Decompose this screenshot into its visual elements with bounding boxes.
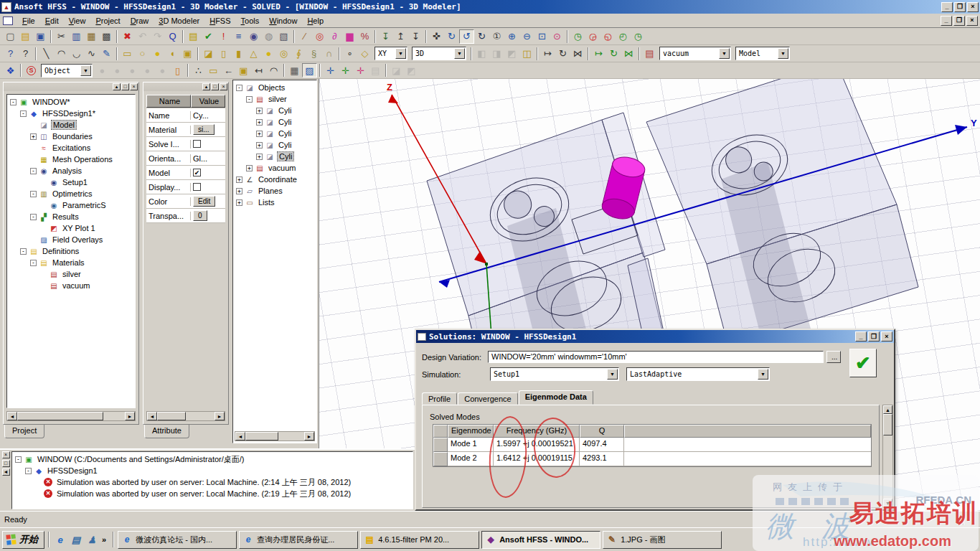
objects-tree-item-cyli[interactable]: +◪Cyli [235, 128, 315, 139]
dialog-close-button[interactable]: × [881, 331, 892, 342]
collapse-icon[interactable]: - [236, 85, 242, 91]
restore-button[interactable]: ❐ [954, 2, 966, 12]
collapse-icon[interactable]: - [20, 248, 27, 255]
project-tree-item-window[interactable]: -▣WINDOW* [9, 96, 133, 108]
mirror-button[interactable]: ⋈ [570, 47, 585, 61]
draw-line-button[interactable]: ╲ [39, 47, 54, 61]
properties-panel-titlebar[interactable]: ▴ □ × [143, 83, 228, 91]
zoom-in-button[interactable]: ⊕ [504, 29, 519, 44]
row-selector[interactable] [433, 438, 448, 452]
collapse-icon[interactable]: - [10, 99, 17, 105]
dialog-restore-button[interactable]: ❐ [868, 331, 880, 342]
rotate-model-button[interactable]: ↺ [459, 29, 474, 44]
select-edge-button[interactable]: ● [110, 63, 125, 77]
project-tree-item-excitations[interactable]: ≈Excitations [9, 142, 133, 154]
panel-close-button[interactable]: × [130, 83, 138, 90]
tab-profile[interactable]: Profile [422, 392, 457, 405]
dropdown-arrow-icon[interactable]: ▼ [719, 48, 730, 59]
message-maximize-button[interactable]: □ [2, 460, 10, 467]
dropdown-arrow-icon[interactable]: ▼ [607, 369, 618, 380]
history-play-button[interactable]: ◷ [570, 29, 585, 44]
objects-tree-item-cyli[interactable]: +◪Cyli [235, 105, 315, 116]
context-help-button[interactable]: ? [18, 47, 33, 61]
expand-icon[interactable]: + [30, 133, 37, 140]
property-button[interactable]: si... [193, 124, 215, 135]
project-tab[interactable]: Project [4, 425, 44, 438]
scroll-right-arrow[interactable]: ► [215, 412, 225, 420]
duplicate-along-line-button[interactable]: ↦ [591, 47, 606, 61]
ie-quicklaunch-icon[interactable]: e [53, 532, 67, 547]
project-tree-item-vacuum[interactable]: ▤vacuum [9, 280, 133, 291]
menu-draw[interactable]: Draw [126, 14, 154, 27]
scroll-right-arrow[interactable]: ► [304, 432, 314, 441]
collapse-icon[interactable]: - [30, 168, 37, 174]
collapse-icon[interactable]: - [246, 96, 253, 103]
attribute-tab[interactable]: Attribute [144, 425, 189, 438]
snap-points-button[interactable]: ∴ [191, 63, 206, 77]
history-abort-button[interactable]: ◵ [600, 29, 616, 44]
objects-tree-item-vacuum[interactable]: +▤vacuum [235, 162, 315, 174]
print-button[interactable]: ▩ [99, 29, 114, 44]
move-origin-button[interactable]: ↤ [251, 63, 266, 77]
project-tree-item-boundaries[interactable]: +◫Boundaries [9, 131, 133, 142]
history-queue-button[interactable]: ◷ [631, 29, 646, 44]
solve-loop-button[interactable]: ◍ [261, 29, 276, 44]
cs-edit-button[interactable]: ✛ [353, 63, 368, 77]
move-button[interactable]: ↦ [540, 47, 555, 61]
dialog-vscrollbar[interactable]: ▲ ▼ [882, 405, 893, 508]
model-select[interactable]: Model▼ [735, 47, 790, 60]
edit-notes-button[interactable]: ≡ [231, 29, 246, 44]
expand-icon[interactable]: + [256, 154, 263, 160]
collapse-icon[interactable]: - [30, 260, 37, 266]
taskbar-task-paint[interactable]: ✎1.JPG - 画图 [603, 531, 722, 549]
tab-eigenmode-data[interactable]: Eigenmode Data [519, 390, 593, 405]
project-tree-item-definitions[interactable]: -▤Definitions [9, 245, 133, 257]
tab-convergence[interactable]: Convergence [458, 392, 517, 405]
property-checkbox[interactable] [193, 183, 201, 191]
copy-design-button[interactable]: ▧ [276, 29, 291, 44]
select-all-button[interactable]: ● [155, 63, 170, 77]
project-tree-hscrollbar[interactable]: ◄ ► [6, 411, 136, 421]
property-checkbox[interactable] [193, 140, 201, 148]
menu-help[interactable]: Help [302, 14, 329, 27]
properties-hscrollbar[interactable]: ◄ ► [146, 411, 225, 421]
analyze-all-button[interactable]: ! [216, 29, 231, 44]
project-tree-item-field-overlays[interactable]: ▨Field Overlays [9, 234, 133, 245]
drawing-mode-select[interactable]: 3D▼ [412, 47, 466, 60]
equation-editor-button[interactable]: Q [165, 29, 180, 44]
project-tree-item-setup1[interactable]: ◉Setup1 [9, 176, 133, 188]
dropdown-arrow-icon[interactable]: ▼ [778, 48, 788, 59]
help-button[interactable]: ? [3, 47, 18, 61]
snap-center-button[interactable]: ▣ [236, 63, 251, 77]
message-close-button[interactable]: × [2, 451, 10, 458]
dropdown-arrow-icon[interactable]: ▼ [395, 48, 406, 59]
open-button[interactable]: ▤ [18, 29, 33, 44]
menu-tools[interactable]: Tools [236, 14, 265, 27]
boolean-intersect-button[interactable]: ◩ [504, 47, 519, 61]
zoom-selection-button[interactable]: ⊙ [550, 29, 565, 44]
grid-plane-select[interactable]: XY▼ [374, 47, 407, 60]
zoom-out-button[interactable]: ⊖ [519, 29, 534, 44]
project-panel-titlebar[interactable]: ▴ □ × [4, 83, 138, 91]
dropdown-arrow-icon[interactable]: ▼ [758, 369, 768, 380]
menu-window[interactable]: Window [264, 14, 302, 27]
objects-tree-item-lists[interactable]: +▭Lists [235, 197, 315, 208]
zoom-1-1-button[interactable]: ① [489, 29, 504, 44]
derivatives-button[interactable]: ∂ [327, 29, 342, 44]
boolean-split-button[interactable]: ◫ [519, 47, 534, 61]
panel-maximize-button[interactable]: □ [211, 83, 219, 90]
taskbar-task-hfss[interactable]: ◆Ansoft HFSS - WINDO... [481, 531, 600, 549]
message-scroll-button[interactable]: ◄ [2, 468, 10, 476]
menu-edit[interactable]: Edit [40, 14, 64, 27]
zoom-window-button[interactable]: ⊡ [534, 29, 550, 44]
mdi-restore-button[interactable]: ❐ [953, 16, 965, 26]
objects-tree-item-planes[interactable]: +▱Planes [235, 185, 315, 197]
simulation-select[interactable]: Setup1 ▼ [490, 367, 619, 381]
scroll-left-arrow[interactable]: ◄ [235, 432, 245, 441]
project-tree-item-mesh-operations[interactable]: ▦Mesh Operations [9, 154, 133, 165]
draw-cylinder-button[interactable]: ▯ [216, 47, 231, 61]
project-tree-item-results[interactable]: -▞Results [9, 211, 133, 222]
collapse-icon[interactable]: - [30, 191, 37, 197]
draw-point-button[interactable]: ∘ [342, 47, 357, 61]
property-button[interactable]: 0 [193, 210, 207, 221]
